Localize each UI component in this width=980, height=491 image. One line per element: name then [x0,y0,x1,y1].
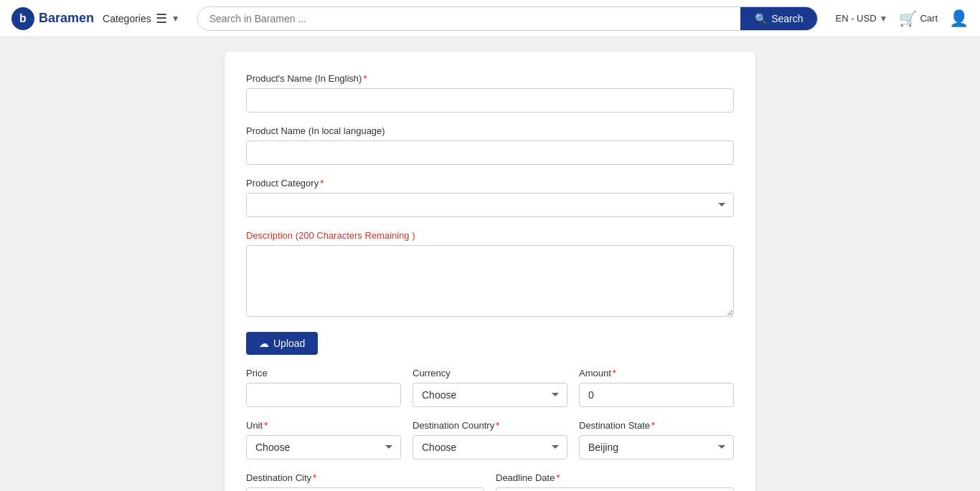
product-category-label: Product Category* [246,178,734,189]
destination-country-select[interactable]: Choose [413,435,567,459]
product-name-local-label: Product Name (In local language) [246,125,734,136]
unit-label: Unit* [246,420,401,431]
app-header: b Baramen Categories ☰ ▼ 🔍 Search EN - U… [0,0,980,37]
product-category-select[interactable] [246,193,734,217]
logo-name: Baramen [39,11,94,26]
deadline-date-col: Deadline Date* 09/22/2024 [496,472,734,491]
upload-button[interactable]: ☁ Upload [246,332,318,355]
price-row: Price Currency Choose Amount* 0 [246,368,734,407]
main-content: Product's Name (In English)* Product Nam… [0,37,980,491]
destination-city-col: Destination City* Beijing [246,472,484,491]
logo-icon: b [11,7,34,30]
product-category-group: Product Category* [246,178,734,217]
currency-label: Currency [413,368,567,378]
required-mark: * [363,73,367,84]
amount-col: Amount* 0 [579,368,734,407]
user-icon[interactable]: 👤 [949,9,969,28]
upload-icon: ☁ [259,338,269,349]
search-icon: 🔍 [755,13,767,24]
price-label: Price [246,368,401,378]
destination-state-select[interactable]: Beijing [579,435,734,459]
unit-col: Unit* Choose [246,420,401,459]
header-right: EN - USD ▼ 🛒 Cart 👤 [835,9,969,28]
destination-state-col: Destination State* Beijing [579,420,734,459]
cart-icon: 🛒 [899,10,917,27]
description-group: Description (200 Characters Remaining ) [246,230,734,319]
product-form-card: Product's Name (In English)* Product Nam… [225,52,755,491]
deadline-date-input[interactable]: 09/22/2024 [496,487,734,491]
categories-menu[interactable]: Categories ☰ ▼ [103,11,180,27]
lang-chevron-icon: ▼ [880,14,888,24]
price-input[interactable] [246,383,401,407]
destination-country-label: Destination Country* [413,420,567,431]
deadline-date-label: Deadline Date* [496,472,734,483]
cart-label: Cart [920,13,938,24]
city-deadline-row: Destination City* Beijing Deadline Date*… [246,472,734,491]
description-label: Description (200 Characters Remaining ) [246,230,734,241]
destination-country-col: Destination Country* Choose [413,420,567,459]
search-button-label: Search [771,13,803,24]
currency-col: Currency Choose [413,368,567,407]
logo[interactable]: b Baramen [11,7,94,30]
cart-button[interactable]: 🛒 Cart [899,10,938,27]
unit-row: Unit* Choose Destination Country* Choose… [246,420,734,459]
product-name-en-input[interactable] [246,88,734,113]
lang-label: EN - USD [835,13,876,24]
search-button[interactable]: 🔍 Search [740,7,817,30]
product-name-local-group: Product Name (In local language) [246,125,734,165]
amount-input[interactable]: 0 [579,383,734,407]
currency-select[interactable]: Choose [413,383,567,407]
hamburger-icon: ☰ [156,11,167,27]
search-bar: 🔍 Search [197,6,819,31]
upload-button-label: Upload [273,338,305,349]
destination-state-label: Destination State* [579,420,734,431]
categories-label: Categories [103,13,151,24]
language-selector[interactable]: EN - USD ▼ [835,13,887,24]
product-name-local-input[interactable] [246,140,734,165]
destination-city-label: Destination City* [246,472,484,483]
required-mark-category: * [320,178,324,189]
description-textarea[interactable] [246,245,734,317]
price-col: Price [246,368,401,407]
amount-label: Amount* [579,368,734,378]
product-name-en-label: Product's Name (In English)* [246,73,734,84]
destination-city-select[interactable]: Beijing [246,487,484,491]
search-input[interactable] [198,7,740,30]
product-name-en-group: Product's Name (In English)* [246,73,734,113]
chevron-down-icon: ▼ [171,14,180,24]
unit-select[interactable]: Choose [246,435,401,459]
